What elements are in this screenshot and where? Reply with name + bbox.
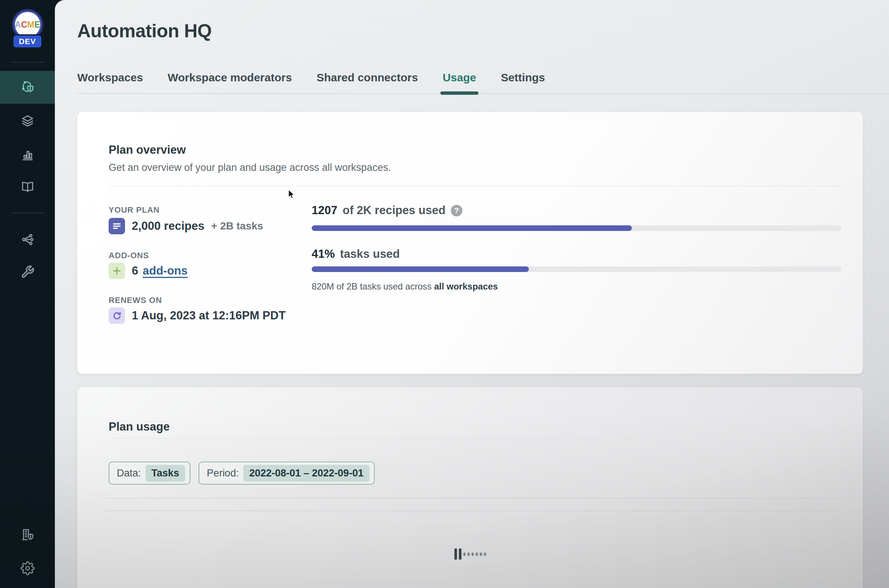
chart-gridline (107, 498, 837, 499)
tab-workspace-moderators[interactable]: Workspace moderators (168, 62, 292, 93)
acme-logo-text: ACME (15, 20, 40, 30)
sidebar-item-projects[interactable] (0, 107, 55, 136)
layers-icon (21, 114, 35, 129)
chart-gridline (107, 510, 837, 511)
bar-chart-icon (21, 147, 35, 163)
add-ons-link[interactable]: add-ons (143, 264, 188, 278)
building-shield-icon (21, 528, 35, 543)
help-icon[interactable]: ? (451, 205, 463, 216)
add-ons-label: ADD-ONS (109, 251, 149, 260)
your-plan-row: 2,000 recipes + 2B tasks (109, 218, 263, 234)
section-divider (109, 438, 842, 438)
recipes-used-suffix: of 2K recipes used (342, 204, 446, 217)
plan-tasks-extra: + 2B tasks (211, 220, 263, 232)
sidebar-item-connections[interactable] (0, 225, 55, 255)
plan-usage-card: Plan usage Data: Tasks Period: 2022-08-0… (77, 387, 863, 588)
logo-letter: E (35, 20, 40, 30)
logo-letter: A (15, 20, 21, 30)
sidebar-item-automation-hq[interactable] (0, 71, 55, 104)
filters-row: Data: Tasks Period: 2022-08-01 – 2022-09… (109, 462, 375, 484)
tasks-usage-caption: 820M of 2B tasks used across all workspa… (312, 281, 498, 292)
plan-recipes-value: 2,000 recipes (132, 219, 204, 233)
book-icon (21, 180, 35, 195)
renews-on-label: RENEWS ON (109, 296, 162, 305)
tab-workspaces[interactable]: Workspaces (77, 62, 143, 93)
recipes-usage-heading: 1207 of 2K recipes used ? (312, 204, 463, 217)
sidebar-divider (11, 213, 45, 213)
tasks-used-suffix: tasks used (340, 248, 400, 261)
loading-bar (454, 549, 457, 560)
sidebar-item-workspace-admin[interactable] (0, 520, 55, 550)
loading-bar (459, 549, 461, 560)
plus-icon (109, 262, 125, 279)
tab-usage[interactable]: Usage (443, 62, 476, 93)
period-filter-value: 2022-08-01 – 2022-09-01 (243, 465, 369, 482)
env-badge: DEV (12, 34, 42, 48)
plan-overview-subtitle: Get an overview of your plan and usage a… (109, 162, 391, 174)
recipes-progress-bar (312, 225, 842, 231)
section-divider (109, 186, 842, 186)
tab-bar: Workspaces Workspace moderators Shared c… (77, 62, 889, 94)
loading-bar (480, 552, 482, 556)
workspace-logo[interactable]: ACME DEV (0, 9, 55, 48)
loading-bar (484, 552, 486, 556)
sidebar-item-library[interactable] (0, 173, 55, 202)
loading-bar (463, 552, 466, 556)
recipes-used-count: 1207 (312, 204, 337, 217)
loading-bar (472, 552, 474, 556)
plan-overview-title: Plan overview (109, 143, 186, 157)
recipes-icon (109, 218, 125, 234)
renews-on-value: 1 Aug, 2023 at 12:16PM PDT (132, 309, 285, 322)
plan-usage-title: Plan usage (109, 420, 170, 434)
period-filter-label: Period: (207, 468, 239, 479)
loading-bar (467, 552, 470, 556)
network-icon (21, 232, 35, 248)
plan-overview-card: Plan overview Get an overview of your pl… (77, 112, 863, 374)
app-screen: ACME DEV (0, 0, 889, 588)
tasks-usage-heading: 41% tasks used (312, 248, 400, 261)
sidebar-divider (11, 62, 45, 63)
chart-loading-indicator (454, 548, 486, 560)
automation-hq-icon (20, 79, 35, 96)
tasks-used-percent: 41% (312, 248, 335, 261)
mouse-cursor (286, 188, 299, 202)
sidebar-item-settings[interactable] (0, 554, 55, 584)
tasks-progress-fill (312, 266, 529, 272)
logo-letter: M (27, 20, 35, 30)
wrench-icon (21, 265, 35, 280)
gear-icon (21, 561, 35, 577)
period-filter-chip[interactable]: Period: 2022-08-01 – 2022-09-01 (198, 462, 375, 484)
data-filter-label: Data: (117, 468, 141, 479)
sidebar: ACME DEV (0, 0, 55, 588)
renew-refresh-icon (109, 308, 125, 324)
renews-on-row: 1 Aug, 2023 at 12:16PM PDT (109, 308, 285, 324)
logo-letter: C (21, 20, 27, 30)
recipes-progress-fill (312, 225, 632, 231)
add-ons-count: 6 (132, 264, 138, 278)
tasks-caption-bold: all workspaces (434, 281, 498, 291)
tab-settings[interactable]: Settings (501, 62, 545, 93)
loading-bar (476, 552, 478, 556)
data-filter-value: Tasks (146, 465, 185, 482)
page-title: Automation HQ (77, 20, 212, 42)
main-content: Automation HQ Workspaces Workspace moder… (55, 0, 889, 588)
sidebar-item-tools[interactable] (0, 258, 55, 288)
data-filter-chip[interactable]: Data: Tasks (109, 462, 190, 484)
tasks-caption-text: 820M of 2B tasks used across (312, 281, 434, 291)
tasks-progress-bar (312, 266, 842, 272)
add-ons-row: 6 add-ons (109, 262, 188, 279)
tab-shared-connectors[interactable]: Shared connectors (317, 62, 418, 93)
your-plan-label: YOUR PLAN (109, 205, 160, 215)
sidebar-item-dashboard[interactable] (0, 140, 55, 170)
